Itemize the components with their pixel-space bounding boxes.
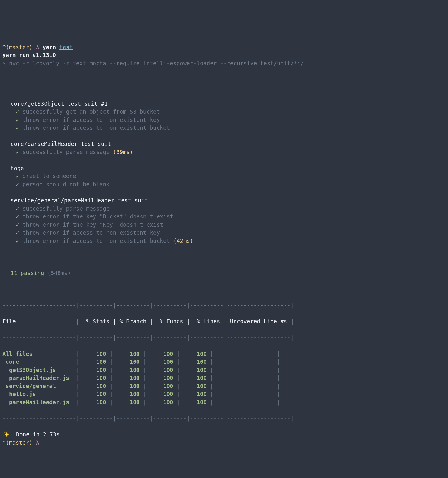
suite-title: core/getS3Object test suit #1 — [2, 100, 446, 108]
caret: ^ — [2, 44, 6, 50]
table-separator: ----------------------|----------|------… — [2, 301, 446, 310]
check-icon: ✓ — [16, 181, 19, 187]
test-line: ✓ throw error if the key "Key" doesn't e… — [2, 221, 446, 229]
test-line: ✓ throw error if access to non-existent … — [2, 237, 446, 245]
prompt-line-2: ^(master) λ — [2, 439, 39, 446]
coverage-file: core — [2, 358, 73, 365]
coverage-stmts: 100 — [79, 375, 106, 381]
coverage-row: hello.js | 100 | 100 | 100 | 100 | | — [2, 390, 446, 398]
test-description: throw error if access to non-existent ke… — [23, 229, 160, 236]
test-line: ✓ greet to someone — [2, 172, 446, 180]
coverage-stmts: 100 — [79, 391, 106, 397]
coverage-branch: 100 — [113, 375, 140, 381]
coverage-branch: 100 — [113, 383, 140, 389]
lambda-symbol: λ — [36, 439, 39, 446]
coverage-row: getS3Object.js | 100 | 100 | 100 | 100 |… — [2, 366, 446, 374]
blank-line — [2, 83, 446, 92]
test-description: throw error if the key "Bucket" doesn't … — [23, 213, 173, 220]
test-line: ✓ successfully get an object from S3 buc… — [2, 108, 446, 116]
coverage-funcs: 100 — [146, 383, 173, 389]
table-header: File | % Stmts | % Branch | % Funcs | % … — [2, 317, 446, 326]
coverage-stmts: 100 — [79, 358, 106, 365]
coverage-funcs: 100 — [146, 391, 173, 397]
done-text: Done in 2.73s. — [9, 431, 63, 438]
coverage-file: parseMailHeader.js — [2, 375, 73, 381]
nyc-command-line: $ nyc -r lcovonly -r text mocha --requir… — [2, 60, 304, 66]
coverage-row: parseMailHeader.js | 100 | 100 | 100 | 1… — [2, 398, 446, 407]
coverage-file: All files — [2, 351, 73, 357]
blank-line — [2, 67, 446, 76]
coverage-uncovered — [213, 391, 274, 397]
test-suites: core/getS3Object test suit #1✓ successfu… — [2, 100, 446, 245]
coverage-uncovered — [213, 375, 274, 381]
coverage-file: parseMailHeader.js — [2, 399, 73, 405]
test-description: successfully parse message — [23, 149, 110, 155]
test-duration: (42ms) — [170, 238, 193, 244]
passing-time: (548ms) — [44, 270, 71, 276]
blank-line — [2, 253, 446, 261]
test-description: successfully parse message — [23, 205, 110, 212]
command-prefix: yarn — [42, 44, 59, 50]
coverage-table-body: All files | 100 | 100 | 100 | 100 | | co… — [2, 350, 446, 407]
coverage-branch: 100 — [113, 399, 140, 405]
coverage-row: All files | 100 | 100 | 100 | 100 | | — [2, 350, 446, 358]
coverage-stmts: 100 — [79, 367, 106, 373]
suite-title: hoge — [2, 164, 446, 173]
test-line: ✓ person should not be blank — [2, 180, 446, 189]
suite-title: service/general/parseMailHeader test sui… — [2, 197, 446, 205]
test-line: ✓ throw error if access to non-existent … — [2, 124, 446, 132]
prompt-line-1: ^(master) λ yarn test — [2, 44, 73, 50]
dollar-sign: $ — [2, 60, 9, 66]
blank-line — [2, 156, 446, 164]
table-separator: ----------------------|----------|------… — [2, 414, 446, 423]
coverage-stmts: 100 — [79, 351, 106, 357]
coverage-uncovered — [213, 367, 274, 373]
test-description: throw error if the key "Key" doesn't exi… — [23, 221, 163, 228]
git-branch: (master) — [6, 439, 33, 446]
coverage-branch: 100 — [113, 391, 140, 397]
coverage-lines: 100 — [180, 383, 207, 389]
blank-line — [2, 285, 446, 293]
check-icon: ✓ — [16, 108, 19, 115]
terminal-output[interactable]: ^(master) λ yarn test yarn run v1.13.0 $… — [2, 35, 446, 458]
check-icon: ✓ — [16, 173, 19, 179]
suite-title: core/parseMailHeader test suit — [2, 140, 446, 148]
check-icon: ✓ — [16, 117, 19, 123]
test-line: ✓ throw error if access to non-existent … — [2, 116, 446, 124]
coverage-funcs: 100 — [146, 358, 173, 365]
test-line: ✓ successfully parse message — [2, 205, 446, 213]
test-description: greet to someone — [23, 173, 76, 179]
coverage-file: service/general — [2, 383, 73, 389]
coverage-stmts: 100 — [79, 383, 106, 389]
test-description: throw error if access to non-existent bu… — [23, 238, 170, 244]
coverage-lines: 100 — [180, 375, 207, 381]
coverage-uncovered — [213, 399, 274, 405]
coverage-funcs: 100 — [146, 399, 173, 405]
check-icon: ✓ — [16, 229, 19, 236]
nyc-command: nyc -r lcovonly -r text mocha --require … — [9, 60, 304, 66]
coverage-stmts: 100 — [79, 399, 106, 405]
test-line: ✓ successfully parse message (39ms) — [2, 148, 446, 156]
coverage-row: service/general | 100 | 100 | 100 | 100 … — [2, 382, 446, 390]
check-icon: ✓ — [16, 213, 19, 220]
check-icon: ✓ — [16, 124, 19, 131]
coverage-file: getS3Object.js — [2, 367, 73, 373]
coverage-funcs: 100 — [146, 375, 173, 381]
coverage-lines: 100 — [180, 351, 207, 357]
check-icon: ✓ — [16, 205, 19, 212]
test-description: successfully get an object from S3 bucke… — [23, 108, 160, 115]
coverage-funcs: 100 — [146, 351, 173, 357]
passing-summary: 11 passing (548ms) — [2, 269, 446, 277]
coverage-branch: 100 — [113, 358, 140, 365]
coverage-funcs: 100 — [146, 367, 173, 373]
coverage-uncovered — [213, 358, 274, 365]
coverage-uncovered — [213, 383, 274, 389]
coverage-row: parseMailHeader.js | 100 | 100 | 100 | 1… — [2, 374, 446, 382]
test-line: ✓ throw error if the key "Bucket" doesn'… — [2, 213, 446, 221]
test-description: throw error if access to non-existent ke… — [23, 117, 160, 123]
yarn-run-line: yarn run v1.13.0 — [2, 52, 56, 58]
caret: ^ — [2, 439, 6, 446]
coverage-file: hello.js — [2, 391, 73, 397]
git-branch: (master) — [6, 44, 33, 50]
command-link[interactable]: test — [59, 44, 73, 50]
